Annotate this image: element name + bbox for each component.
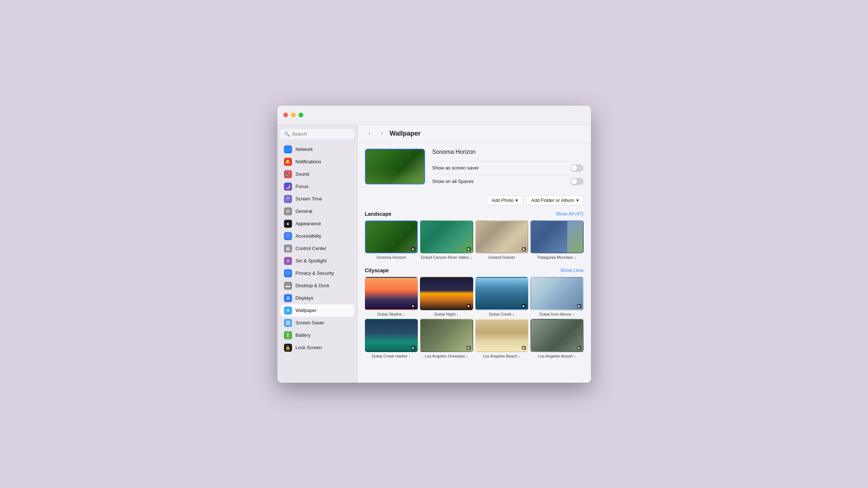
wallpaper-item-sonoma[interactable]: ▶Sonoma Horizon bbox=[365, 220, 418, 260]
search-box[interactable]: 🔍 bbox=[280, 129, 354, 139]
wallpaper-thumb-img-la-beach bbox=[476, 320, 528, 351]
section-showall-cityscape[interactable]: Show Less bbox=[560, 268, 584, 273]
wallpaper-label-iceland: Iceland Glacier bbox=[489, 255, 515, 260]
lockscreen-icon: 🔒 bbox=[284, 344, 292, 352]
sidebar-item-sound[interactable]: 🔊Sound bbox=[280, 168, 354, 180]
sidebar-item-siri[interactable]: ✦Siri & Spotlight bbox=[280, 255, 354, 267]
sidebar-item-network[interactable]: 🌐Network bbox=[280, 143, 354, 156]
focus-icon: 🌙 bbox=[284, 183, 292, 191]
action-buttons: Add Photo ▾ Add Folder or Album ▾ bbox=[365, 195, 584, 205]
video-badge-la-overpass: ▶ bbox=[467, 346, 471, 350]
network-icon: 🌐 bbox=[284, 145, 292, 153]
search-input[interactable] bbox=[292, 131, 351, 137]
wallpaper-item-dubai-creek-harbor[interactable]: ▶Dubai Creek Harbor ↓ bbox=[365, 319, 418, 359]
wallpaper-thumb-img-grandcanyon bbox=[421, 221, 472, 253]
add-photo-button[interactable]: Add Photo ▾ bbox=[487, 195, 523, 205]
wallpaper-item-dubai-creek[interactable]: ▶Dubai Creek ↓ bbox=[475, 277, 529, 317]
maximize-button[interactable] bbox=[299, 113, 303, 117]
sidebar-item-privacy[interactable]: 🛡Privacy & Security bbox=[280, 267, 354, 280]
section-title-cityscape: Cityscape bbox=[365, 268, 389, 273]
wallpaper-item-patagonia[interactable]: ▶Patagonia Mountain ↓ bbox=[530, 220, 584, 260]
section-cityscape: CityscapeShow Less▶Dubai Skyline ↓▶Dubai… bbox=[365, 268, 584, 359]
sidebar-item-general[interactable]: ⚙General bbox=[280, 205, 354, 218]
sidebar-item-label-screensaver: Screen Saver bbox=[296, 320, 324, 325]
chevron-down-icon: ▾ bbox=[515, 198, 518, 203]
main-header: ‹ › Wallpaper bbox=[358, 125, 591, 143]
video-badge-la-airport: ▶ bbox=[577, 346, 581, 350]
wallpaper-label-patagonia: Patagonia Mountain ↓ bbox=[538, 255, 576, 260]
video-badge-dubai-above: ▶ bbox=[577, 304, 581, 308]
sidebar-item-screensaver[interactable]: 🖼Screen Saver bbox=[280, 317, 354, 329]
sidebar-item-label-siri: Siri & Spotlight bbox=[296, 258, 327, 263]
back-button[interactable]: ‹ bbox=[365, 130, 374, 137]
forward-button[interactable]: › bbox=[377, 130, 387, 137]
sidebar-item-displays[interactable]: 🖥Displays bbox=[280, 292, 354, 304]
wallpaper-item-iceland[interactable]: ▶Iceland Glacier bbox=[475, 220, 529, 260]
page-title: Wallpaper bbox=[390, 130, 421, 137]
wallpaper-item-dubai-above[interactable]: ▶Dubai from Above ↓ bbox=[530, 277, 584, 317]
wallpaper-thumb-img-dubai-above bbox=[531, 278, 583, 309]
wallpaper-item-grandcanyon[interactable]: ▶Grand Canyon River Valley ↓ bbox=[420, 220, 473, 260]
screensaver-icon: 🖼 bbox=[284, 319, 292, 327]
wallpaper-preview-image bbox=[366, 149, 424, 184]
wallpaper-thumb-la-overpass: ▶ bbox=[420, 319, 473, 352]
chevron-down-icon-2: ▾ bbox=[576, 198, 579, 203]
wallpaper-thumb-img-sonoma bbox=[366, 221, 417, 253]
wallpaper-label-dubai-creek: Dubai Creek ↓ bbox=[489, 312, 514, 317]
wallpaper-label-la-airport: Los Angeles Airport ↓ bbox=[538, 354, 576, 359]
sidebar-item-appearance[interactable]: ●Appearance bbox=[280, 218, 354, 230]
sidebar-item-label-general: General bbox=[296, 208, 312, 214]
sidebar-item-label-privacy: Privacy & Security bbox=[296, 270, 334, 276]
wallpaper-grid-landscape: ▶Sonoma Horizon▶Grand Canyon River Valle… bbox=[365, 220, 584, 260]
sidebar-item-desktop[interactable]: ▬Desktop & Dock bbox=[280, 280, 354, 292]
sidebar-item-label-controlcenter: Control Center bbox=[296, 246, 327, 251]
wallpaper-item-dubai-night[interactable]: ▶Dubai Night ↓ bbox=[420, 277, 473, 317]
sidebar-item-accessibility[interactable]: ⓘAccessibility bbox=[280, 230, 354, 242]
video-badge-iceland: ▶ bbox=[522, 247, 526, 251]
wallpaper-thumb-dubai-skyline: ▶ bbox=[365, 277, 418, 310]
wallpaper-grid-cityscape: ▶Dubai Skyline ↓▶Dubai Night ↓▶Dubai Cre… bbox=[365, 277, 584, 359]
sidebar-item-battery[interactable]: 🔋Battery bbox=[280, 329, 354, 341]
minimize-button[interactable] bbox=[291, 113, 296, 117]
section-showall-landscape[interactable]: Show All (47) bbox=[556, 211, 584, 216]
add-photo-label: Add Photo bbox=[491, 198, 514, 203]
wallpaper-label-grandcanyon: Grand Canyon River Valley ↓ bbox=[421, 255, 472, 260]
wallpaper-item-la-airport[interactable]: ▶Los Angeles Airport ↓ bbox=[530, 319, 584, 359]
wallpaper-label-dubai-creek-harbor: Dubai Creek Harbor ↓ bbox=[372, 354, 410, 359]
content-area: 🔍 🌐Network🔔Notifications🔊Sound🌙Focus⏱Scr… bbox=[277, 125, 591, 383]
close-button[interactable] bbox=[283, 113, 288, 117]
desktop-icon: ▬ bbox=[284, 282, 292, 290]
video-badge-dubai-creek: ▶ bbox=[522, 304, 526, 308]
wallpaper-thumb-img-patagonia bbox=[531, 221, 583, 253]
sidebar-item-label-notifications: Notifications bbox=[296, 159, 322, 164]
wallpaper-thumb-patagonia: ▶ bbox=[530, 220, 584, 254]
section-header-cityscape: CityscapeShow Less bbox=[365, 268, 584, 273]
sidebar-items-container: 🌐Network🔔Notifications🔊Sound🌙Focus⏱Scree… bbox=[280, 143, 354, 354]
sidebar-item-controlcenter[interactable]: ▦Control Center bbox=[280, 242, 354, 255]
screensaver-toggle[interactable] bbox=[571, 164, 584, 172]
wallpaper-thumb-img-dubai-creek-harbor bbox=[366, 320, 417, 351]
wallpaper-thumb-img-dubai-creek bbox=[476, 278, 528, 309]
titlebar bbox=[277, 106, 591, 125]
video-badge-sonoma: ▶ bbox=[411, 247, 416, 251]
sidebar-item-wallpaper[interactable]: ❄Wallpaper bbox=[280, 304, 354, 317]
video-badge-la-beach: ▶ bbox=[522, 346, 526, 350]
sidebar-item-focus[interactable]: 🌙Focus bbox=[280, 180, 354, 193]
sound-icon: 🔊 bbox=[284, 170, 292, 178]
add-folder-label: Add Folder or Album bbox=[531, 198, 575, 203]
video-badge-dubai-skyline: ▶ bbox=[411, 304, 416, 308]
add-folder-button[interactable]: Add Folder or Album ▾ bbox=[526, 195, 584, 205]
screentime-icon: ⏱ bbox=[284, 195, 292, 203]
battery-icon: 🔋 bbox=[284, 331, 292, 339]
main-content: Sonoma Horizon Show as screen saver Show… bbox=[358, 143, 591, 372]
sidebar-item-notifications[interactable]: 🔔Notifications bbox=[280, 156, 354, 168]
screensaver-toggle-label: Show as screen saver bbox=[432, 165, 479, 171]
sidebar-item-lockscreen[interactable]: 🔒Lock Screen bbox=[280, 341, 354, 354]
spaces-toggle[interactable] bbox=[571, 178, 584, 185]
spaces-toggle-row: Show on all Spaces bbox=[432, 175, 584, 188]
wallpaper-thumb-img-dubai-night bbox=[421, 278, 472, 309]
wallpaper-item-dubai-skyline[interactable]: ▶Dubai Skyline ↓ bbox=[365, 277, 418, 317]
wallpaper-item-la-beach[interactable]: ▶Los Angeles Beach ↓ bbox=[475, 319, 529, 359]
sidebar-item-screentime[interactable]: ⏱Screen Time bbox=[280, 193, 354, 205]
wallpaper-item-la-overpass[interactable]: ▶Los Angeles Overpass ↓ bbox=[420, 319, 473, 359]
